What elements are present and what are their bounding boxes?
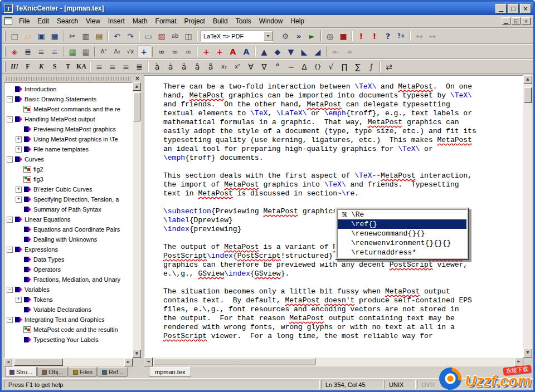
- scroll-down-icon[interactable]: ▼: [133, 350, 141, 358]
- swap-arrows-icon[interactable]: ⇄: [383, 61, 396, 72]
- math-root-icon[interactable]: √x: [124, 46, 137, 57]
- collapse-minus-icon[interactable]: −: [7, 96, 13, 102]
- crosshair-icon[interactable]: +: [138, 46, 150, 57]
- menu-item-insert[interactable]: Insert: [104, 16, 129, 27]
- scroll-left-icon[interactable]: ◄: [144, 357, 153, 366]
- tree-item[interactable]: −Basic Drawing Statements: [4, 94, 132, 104]
- accent-hat-icon[interactable]: â: [191, 61, 204, 72]
- tree-item[interactable]: Typesetting Your Labels: [4, 335, 132, 345]
- editor-horizontal-scrollbar[interactable]: ◄ ···· ►: [144, 357, 523, 366]
- scroll-up-icon[interactable]: ▲: [523, 75, 532, 84]
- error-help-icon[interactable]: ?: [382, 30, 395, 42]
- titlebar[interactable]: T TeXnicCenter - [mpman.tex] ▁ □ ×: [2, 2, 533, 15]
- paste-icon[interactable]: ▤: [93, 30, 106, 42]
- save-icon[interactable]: ▣: [35, 30, 48, 42]
- menu-item-file[interactable]: File: [15, 16, 33, 27]
- copy-icon[interactable]: ▥: [80, 30, 93, 42]
- menu-item-project[interactable]: Project: [181, 16, 209, 27]
- goto-prev-marker-icon[interactable]: +: [200, 46, 213, 57]
- scrollbar-thumb[interactable]: ····: [14, 359, 63, 366]
- autocomplete-item[interactable]: \renewenvironment{}{}{}: [338, 238, 466, 248]
- insert-pageref-icon[interactable]: ▼: [285, 46, 298, 57]
- panel-close-icon[interactable]: ×: [134, 75, 141, 82]
- view-output-icon[interactable]: ◎: [324, 30, 337, 42]
- collapse-minus-icon[interactable]: −: [7, 287, 13, 293]
- menu-item-view[interactable]: View: [82, 16, 104, 27]
- sqrt-icon[interactable]: √: [325, 61, 338, 72]
- tree-item[interactable]: +Using MetaPost graphics in \Te: [4, 134, 132, 144]
- tree-item[interactable]: Operators: [4, 264, 132, 275]
- accent-dot-icon[interactable]: ȧ: [164, 61, 177, 72]
- toolbar-grip[interactable]: [4, 31, 6, 41]
- expand-plus-icon[interactable]: +: [16, 297, 22, 303]
- smallcaps-style-icon[interactable]: KA: [75, 61, 88, 72]
- mdi-minimize-button[interactable]: ▁: [502, 17, 510, 25]
- undo-icon[interactable]: ↶: [111, 30, 124, 42]
- scroll-up-icon[interactable]: ▲: [133, 82, 141, 91]
- expand-plus-icon[interactable]: +: [16, 187, 22, 193]
- align-left-icon[interactable]: ≡: [93, 61, 106, 72]
- collapse-minus-icon[interactable]: −: [7, 116, 13, 122]
- toolbar-grip[interactable]: [4, 47, 6, 57]
- autocomplete-item[interactable]: \ref{}: [338, 219, 466, 229]
- tree-item[interactable]: Dealing with Unknowns: [4, 234, 132, 244]
- mdi-restore-button[interactable]: ◱: [512, 17, 521, 25]
- menu-item-math[interactable]: Math: [129, 16, 152, 27]
- tree-item[interactable]: fig3: [4, 174, 132, 184]
- insert-footnote-icon[interactable]: ◢: [312, 46, 324, 57]
- accent-ddot-icon[interactable]: ä: [178, 61, 191, 72]
- editor[interactable]: There can be a two-fold interaction betw…: [144, 75, 523, 357]
- accent-grave-icon[interactable]: à: [151, 61, 164, 72]
- subscript-math-icon[interactable]: x₂: [218, 61, 231, 72]
- tree-item[interactable]: Equations and Coordinate Pairs: [4, 224, 132, 234]
- toolbar-grip[interactable]: [4, 62, 6, 72]
- insert-image-icon[interactable]: ▨: [155, 30, 168, 42]
- sidebar-tab-files[interactable]: Files: [69, 367, 97, 377]
- menu-item-build[interactable]: Build: [209, 16, 232, 27]
- redo-icon[interactable]: ↷: [124, 30, 137, 42]
- goto-next-marker-icon[interactable]: +: [213, 46, 226, 57]
- heading-style-icon[interactable]: H!: [8, 61, 21, 72]
- next-error-icon[interactable]: !: [355, 30, 368, 42]
- tree-item[interactable]: Data Types: [4, 254, 132, 264]
- insert-ref-icon[interactable]: ◆: [271, 46, 284, 57]
- integral-icon[interactable]: ∫: [365, 61, 378, 72]
- tree-item[interactable]: MetaPost code and the resultin: [4, 325, 132, 335]
- numbered-list-icon[interactable]: ≣: [22, 46, 35, 57]
- collapse-minus-icon[interactable]: −: [7, 217, 13, 223]
- tree-horizontal-scrollbar[interactable]: ◄ ···· ►: [4, 358, 133, 366]
- typewriter-style-icon[interactable]: T: [62, 61, 75, 72]
- document-system-menu-icon[interactable]: [4, 17, 12, 25]
- find-icon[interactable]: ∞: [155, 46, 168, 57]
- superscript-icon[interactable]: A²: [98, 46, 110, 57]
- cut-icon[interactable]: ✂: [66, 30, 79, 42]
- sim-icon[interactable]: ∼: [285, 61, 298, 72]
- editor-vertical-scrollbar[interactable]: ▲ ▼: [523, 75, 532, 357]
- italic-style-icon[interactable]: K: [35, 61, 48, 72]
- scroll-down-icon[interactable]: ▼: [523, 349, 532, 357]
- scrollbar-thumb[interactable]: [524, 87, 532, 103]
- tree-item[interactable]: fig2: [4, 164, 132, 174]
- scroll-right-icon[interactable]: ►: [124, 358, 133, 366]
- bold-style-icon[interactable]: F: [22, 61, 35, 72]
- description-list-icon[interactable]: ≡: [48, 46, 61, 57]
- scrollbar-thumb[interactable]: [133, 92, 140, 121]
- superscript-math-icon[interactable]: x²: [231, 61, 244, 72]
- subscript-icon[interactable]: A₂: [111, 46, 124, 57]
- panel-drag-grip[interactable]: [6, 77, 132, 81]
- accent-tilde-icon[interactable]: ã: [205, 61, 217, 72]
- define-output-profiles-icon[interactable]: ⚙: [279, 30, 292, 42]
- delta-icon[interactable]: Δ: [298, 61, 311, 72]
- sidebar-tab-obj[interactable]: Obj...: [37, 367, 67, 377]
- align-right-icon[interactable]: ≡: [120, 61, 133, 72]
- tree-item[interactable]: Previewing MetaPost graphics: [4, 124, 132, 134]
- braces-icon[interactable]: {}: [312, 61, 324, 72]
- search-help-icon[interactable]: ?+: [395, 30, 408, 42]
- forall-icon[interactable]: ∀: [245, 61, 257, 72]
- tree-item[interactable]: Variable Declarations: [4, 305, 132, 315]
- tree-vertical-scrollbar[interactable]: ▲ ▼: [133, 82, 141, 358]
- find-in-files-icon[interactable]: ∞: [182, 46, 195, 57]
- sum-icon[interactable]: ∑: [352, 61, 364, 72]
- tree-item[interactable]: −Linear Equations: [4, 214, 132, 224]
- scroll-right-icon[interactable]: ►: [514, 357, 523, 366]
